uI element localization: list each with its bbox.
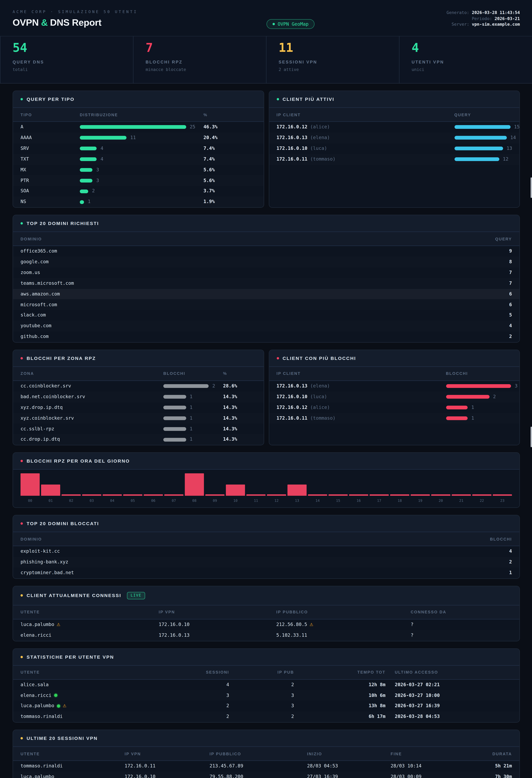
- query-pct: 46.3%: [203, 125, 256, 130]
- client-cell: 172.16.0.11(tommaso): [277, 416, 446, 421]
- col-sessioni: SESSIONI: [170, 670, 229, 675]
- hour-bar: [205, 494, 225, 496]
- distribution-cell: 3: [80, 178, 203, 183]
- ip-vpn: 172.16.0.13: [159, 633, 276, 638]
- yellow-dot-icon: [20, 595, 23, 597]
- col-query: QUERY: [454, 112, 512, 117]
- query-count: 3: [96, 167, 99, 172]
- query-pct: 7.4%: [203, 146, 256, 151]
- meta-line: Periodo: 2026-03-21: [447, 16, 520, 22]
- card-title: TOP 20 DOMINI RICHIESTI: [27, 221, 99, 226]
- col-ip-pub: IP PUB: [229, 670, 294, 675]
- hour-bar: [103, 494, 122, 496]
- ovpn-geomap-badge[interactable]: OVPN GeoMap: [266, 19, 315, 29]
- hour-bar: [431, 494, 450, 496]
- client-cell: 172.16.0.10(luca): [277, 146, 454, 151]
- block-bar: [446, 406, 468, 409]
- hour-column: 19: [411, 494, 430, 503]
- distribution-cell: 1: [80, 200, 203, 205]
- table-row: 172.16.0.12(alice) 15: [269, 122, 520, 133]
- username: luca.palumbo: [20, 703, 54, 708]
- badge-label: OVPN GeoMap: [278, 21, 308, 26]
- query-bar: [80, 189, 88, 193]
- hour-column: 10: [226, 484, 245, 503]
- client-ip: 172.16.0.10: [277, 146, 307, 151]
- hour-bars: 00 01 02: [20, 473, 512, 503]
- query-bar: [80, 200, 84, 204]
- query-cell: 14: [454, 135, 516, 140]
- block-count: 1: [190, 405, 193, 410]
- query-count: 15: [514, 125, 520, 130]
- card-title: CLIENT CON PIÙ BLOCCHI: [283, 356, 356, 361]
- table-header: UTENTE IP VPN IP PUBBLICO CONNESSO DA: [13, 605, 519, 619]
- hour-column: 05: [123, 494, 142, 503]
- block-count: 2: [212, 384, 215, 389]
- hour-column: 21: [452, 494, 471, 503]
- block-pct: 14.3%: [223, 426, 256, 432]
- table-row: slack.com 5: [13, 310, 519, 321]
- stat-value: 11: [279, 41, 399, 54]
- col-ip-pubblico: IP PUBBLICO: [209, 752, 307, 756]
- table-row: luca.palumbo⚠ 172.16.0.10 212.56.80.5⚠ ?: [13, 619, 519, 630]
- table-header: ZONA BLOCCHI %: [13, 367, 264, 381]
- last-access: 2026-03-27 02:21: [385, 682, 512, 687]
- card-client-piu-blocchi: CLIENT CON PIÙ BLOCCHI IP CLIENT BLOCCHI…: [269, 349, 520, 446]
- query-pct: 3.7%: [203, 189, 256, 194]
- query-bar: [454, 157, 499, 161]
- hour-label: 14: [308, 498, 327, 503]
- domain-count: 9: [509, 249, 512, 254]
- query-pct: 20.4%: [203, 135, 256, 140]
- hour-column: 12: [267, 494, 286, 503]
- table-row: xyz.drop.ip.dtq 1 14.3%: [13, 402, 264, 413]
- hour-label: 10: [226, 498, 245, 503]
- col-blocchi: BLOCCHI: [163, 371, 223, 376]
- hour-column: 14: [308, 494, 327, 503]
- block-pct: 28.6%: [223, 384, 256, 389]
- scrollbar-thumb[interactable]: [531, 426, 532, 447]
- block-pct: 14.3%: [223, 394, 256, 399]
- hour-label: 07: [164, 498, 183, 503]
- table-row: cc.sslbl-rpz 1 14.3%: [13, 423, 264, 434]
- zone-name: cc.drop.ip.dtq: [20, 437, 163, 442]
- table-row: 172.16.0.13(elena) 14: [269, 133, 520, 143]
- zone-name: xyz.coinblocker.srv: [20, 416, 163, 421]
- hour-label: 23: [493, 498, 512, 503]
- col-dominio: DOMINIO: [20, 537, 490, 541]
- table-row: cc.coinblocker.srv 2 28.6%: [13, 381, 264, 392]
- brand-eyebrow: ACME CORP · SIMULAZIONE 50 UTENTI: [13, 9, 138, 14]
- red-dot-icon: [20, 357, 23, 360]
- table-row: tommaso.rinaldi 172.16.0.11 213.45.67.89…: [13, 761, 519, 772]
- domain-count: 7: [509, 270, 512, 275]
- username: luca.palumbo: [20, 622, 54, 627]
- hour-column: 11: [246, 494, 266, 503]
- hour-label: 15: [329, 498, 348, 503]
- teal-dot-icon: [20, 222, 23, 225]
- query-bar: [80, 136, 126, 140]
- col-tipo: TIPO: [20, 112, 80, 117]
- yellow-dot-icon: [20, 737, 23, 740]
- table-row: 172.16.0.10(luca) 2: [269, 391, 520, 402]
- table-row: microsoft.com 6: [13, 299, 519, 310]
- client-user: (elena): [310, 383, 330, 388]
- hour-bar: [62, 494, 81, 496]
- block-bar: [163, 427, 186, 431]
- col-dominio: DOMINIO: [20, 236, 495, 241]
- query-count: 2: [92, 189, 95, 194]
- blocked-count: 1: [509, 570, 512, 575]
- hour-bar: [82, 494, 101, 496]
- title-rest: DNS Report: [50, 17, 101, 27]
- query-type: MX: [20, 167, 80, 172]
- ip-vpn: 172.16.0.10: [124, 774, 209, 778]
- block-bar: [163, 384, 208, 388]
- hour-bar: [267, 494, 286, 496]
- stat-sublabel: unici: [412, 67, 532, 72]
- hour-column: 13: [287, 484, 306, 503]
- hour-bar: [370, 494, 389, 496]
- hour-label: 20: [431, 498, 450, 503]
- client-ip: 172.16.0.11: [277, 415, 307, 420]
- content: QUERY PER TIPO TIPO DISTRIBUZIONE % A 25…: [0, 84, 532, 778]
- query-type: SRV: [20, 146, 80, 151]
- hour-label: 09: [205, 498, 225, 503]
- domain-count: 6: [509, 302, 512, 307]
- scrollbar-thumb[interactable]: [531, 177, 532, 198]
